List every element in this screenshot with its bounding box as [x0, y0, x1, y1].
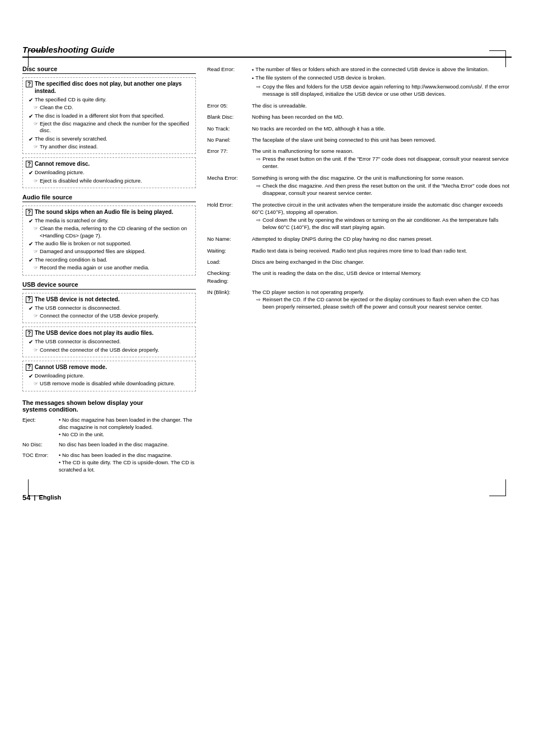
arrow-mecha-1: ⇨ Check the disc magazine. And then pres…	[256, 182, 512, 197]
problem-icon-1: ?	[26, 81, 32, 87]
messages-section: The messages shown below display yoursys…	[22, 399, 196, 474]
cause-1-3: ✔ The disc is severely scratched.	[29, 136, 193, 142]
error-label-hold: Hold Error:	[207, 201, 252, 208]
error-desc-hold: The protective circuit in the unit activ…	[252, 201, 512, 231]
cause-text-1-2: The disc is loaded in a different slot f…	[35, 113, 165, 119]
section-audio-file: Audio file source	[22, 194, 196, 202]
error-label-notrack: No Track:	[207, 125, 252, 132]
error-desc-blank: Nothing has been recorded on the MD.	[252, 113, 512, 120]
error-blank-disc: Blank Disc: Nothing has been recorded on…	[207, 113, 512, 120]
mecha-text: Something is wrong with the disc magazin…	[252, 174, 512, 181]
cause-text-3-1: The media is scratched or dirty.	[35, 217, 109, 224]
messages-title: The messages shown below display yoursys…	[22, 399, 196, 413]
section-disc-source: Disc source	[22, 66, 196, 74]
bullet-read-2: • The file system of the connected USB d…	[252, 74, 512, 82]
reg-mark-tr	[489, 50, 506, 67]
cause-4-1: ✔ The USB connector is disconnected.	[29, 305, 193, 311]
error-checking: Checking:Reading: The unit is reading th…	[207, 269, 512, 284]
page-wrapper: Troubleshooting Guide Disc source ? The …	[22, 45, 512, 502]
cause-1-2: ✔ The disc is loaded in a different slot…	[29, 113, 193, 119]
arrow-hold-1: ⇨ Cool down the unit by opening the wind…	[256, 216, 512, 231]
error-label-77: Error 77:	[207, 147, 252, 155]
error-read: Read Error: • The number of files or fol…	[207, 66, 512, 98]
inblink-text: The CD player section is not operating p…	[252, 288, 512, 296]
error-load: Load: Discs are being exchanged in the D…	[207, 258, 512, 265]
cause-1-1: ✔ The specified CD is quite dirty.	[29, 96, 193, 103]
error-desc-notrack: No tracks are recorded on the MD, althou…	[252, 125, 512, 132]
problem-icon-5: ?	[26, 330, 32, 337]
error-desc-checking: The unit is reading the data on the disc…	[252, 269, 512, 277]
checkmark-icon-1: ✔	[29, 97, 33, 103]
remedy-6-1: ☞ USB remove mode is disabled while down…	[34, 380, 193, 387]
remedy-text-4-1: Connect the connector of the USB device …	[40, 312, 159, 319]
section-usb-device: USB device source	[22, 281, 196, 290]
error-desc-read: • The number of files or folders which a…	[252, 66, 512, 98]
error-label-nopanel: No Panel:	[207, 136, 252, 143]
msg-desc-eject: • No disc magazine has been loaded in th…	[59, 416, 196, 438]
error-no-name: No Name: Attempted to display DNPS durin…	[207, 235, 512, 242]
remedy-text-6-1: USB remove mode is disabled while downlo…	[40, 380, 175, 387]
problem-header-1: ? The specified disc does not play, but …	[26, 80, 193, 95]
remedy-icon-1-1: ☞	[34, 105, 38, 110]
error-in-blink: IN (Blink): The CD player section is not…	[207, 288, 512, 311]
cause-text-4-1: The USB connector is disconnected.	[35, 305, 121, 311]
problem-header-5: ? The USB device does not play its audio…	[26, 329, 193, 337]
arrow-77-1: ⇨ Press the reset button on the unit. If…	[256, 155, 512, 170]
main-layout: Disc source ? The specified disc does no…	[22, 66, 512, 477]
cause-3-3: ✔ The recording condition is bad.	[29, 256, 193, 263]
cause-2-1: ✔ Downloading picture.	[29, 169, 193, 176]
msg-row-nodisc: No Disc: No disc has been loaded in the …	[22, 441, 196, 448]
problem-header-4: ? The USB device is not detected.	[26, 296, 193, 303]
remedy-icon-3-3: ☞	[34, 265, 38, 270]
problem-block-3: ? The sound skips when an Audio file is …	[22, 206, 196, 275]
checkmark-icon-6: ✔	[29, 241, 33, 247]
remedy-icon-1-2: ☞	[34, 121, 38, 127]
error-label-waiting: Waiting:	[207, 247, 252, 254]
cause-text-1-3: The disc is severely scratched.	[35, 136, 107, 142]
checkmark-icon-3: ✔	[29, 136, 33, 142]
error-label-05: Error 05:	[207, 102, 252, 109]
cause-text-1-1: The specified CD is quite dirty.	[35, 96, 106, 103]
error-label-mecha: Mecha Error:	[207, 174, 252, 181]
error-no-panel: No Panel: The faceplate of the slave uni…	[207, 136, 512, 143]
problem-block-6: ? Cannot USB remove mode. ✔ Downloading …	[22, 361, 196, 391]
problem-header-3: ? The sound skips when an Audio file is …	[26, 208, 193, 216]
remedy-4-1: ☞ Connect the connector of the USB devic…	[34, 312, 193, 319]
arrow-inblink-1: ⇨ Reinsert the CD. If the CD cannot be e…	[256, 296, 512, 311]
error-no-track: No Track: No tracks are recorded on the …	[207, 125, 512, 132]
error-hold: Hold Error: The protective circuit in th…	[207, 201, 512, 231]
remedy-icon-3-2: ☞	[34, 249, 38, 254]
hold-text: The protective circuit in the unit activ…	[252, 201, 512, 216]
problem-icon-2: ?	[26, 161, 32, 167]
problem-icon-4: ?	[26, 296, 32, 303]
problem-header-6: ? Cannot USB remove mode.	[26, 363, 193, 371]
remedy-icon-5-1: ☞	[34, 347, 38, 353]
remedy-text-5-1: Connect the connector of the USB device …	[40, 347, 159, 353]
error-05: Error 05: The disc is unreadable.	[207, 102, 512, 109]
error-label-noname: No Name:	[207, 235, 252, 242]
error-desc-77: The unit is malfunctioning for some reas…	[252, 147, 512, 170]
remedy-text-1-3: Try another disc instead.	[40, 143, 98, 150]
problem-icon-3: ?	[26, 209, 32, 216]
problem-block-2: ? Cannot remove disc. ✔ Downloading pict…	[22, 157, 196, 188]
page-footer: 54 | English	[22, 493, 512, 502]
cause-3-2: ✔ The audio file is broken or not suppor…	[29, 240, 193, 247]
error-desc-nopanel: The faceplate of the slave unit being co…	[252, 136, 512, 143]
problem-icon-6: ?	[26, 364, 32, 371]
error-desc-load: Discs are being exchanged in the Disc ch…	[252, 258, 512, 265]
remedy-3-3: ☞ Record the media again or use another …	[34, 264, 193, 271]
error-label-read: Read Error:	[207, 66, 252, 73]
cause-text-3-3: The recording condition is bad.	[35, 256, 107, 263]
msg-row-tocerror: TOC Error: • No disc has been loaded in …	[22, 451, 196, 474]
problem-block-1: ? The specified disc does not play, but …	[22, 77, 196, 154]
remedy-icon-1-3: ☞	[34, 144, 38, 150]
error-desc-05: The disc is unreadable.	[252, 102, 512, 109]
error-label-blank: Blank Disc:	[207, 113, 252, 120]
checkmark-icon-5: ✔	[29, 218, 33, 224]
msg-label-eject: Eject:	[22, 416, 59, 423]
cause-text-6-1: Downloading picture.	[35, 372, 85, 379]
reg-mark-bl	[28, 479, 45, 496]
error-mecha: Mecha Error: Something is wrong with the…	[207, 174, 512, 197]
arrow-read-1: ⇨ Copy the files and folders for the USB…	[256, 83, 512, 98]
error-desc-inblink: The CD player section is not operating p…	[252, 288, 512, 311]
